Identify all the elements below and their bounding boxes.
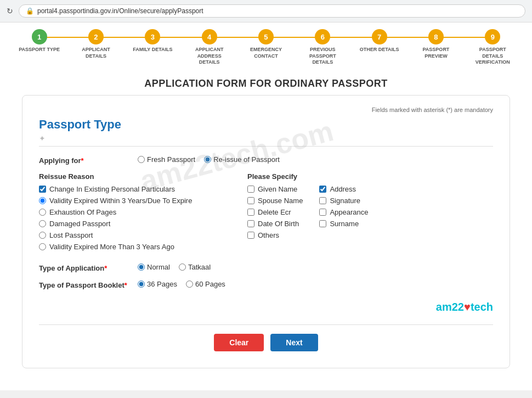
checkbox-surname[interactable] [319,220,326,227]
radio-reissue-passport[interactable] [204,156,211,163]
compass-icon: ✦ [39,134,493,143]
option-normal[interactable]: Normal [138,263,170,271]
next-button[interactable]: Next [270,334,318,351]
step-3-circle: 3 [145,29,160,44]
option-36-pages[interactable]: 36 Pages [138,280,177,288]
reason-lost: Lost Passport [39,231,247,239]
reason-damaged: Damaged Passport [39,220,247,228]
step-3-label: FAMILY DETAILS [133,47,172,53]
mandatory-note: Fields marked with asterisk (*) are mand… [39,106,493,113]
applying-for-row: Applying for* Fresh Passport Re-issue of… [39,155,493,165]
radio-normal[interactable] [138,264,145,271]
specify-address: Address [319,185,368,193]
radio-exhaustion[interactable] [39,209,46,216]
specify-others: Others [247,231,303,239]
radio-36-pages[interactable] [138,281,145,288]
tatkaal-label: Tatkaal [188,263,211,271]
reason-damaged-label: Damaged Passport [49,220,110,228]
appearance-label: Appearance [330,208,368,216]
checkbox-given-name[interactable] [247,186,254,193]
step-9-circle: 9 [485,29,500,44]
specify-col1: Given Name Spouse Name Delete Ecr D [247,185,303,243]
booklet-type-label: Type of Passport Booklet* [39,280,138,289]
refresh-icon[interactable]: ↻ [7,7,13,15]
step-1[interactable]: 1 PASSPORT TYPE [11,29,67,53]
radio-60-pages[interactable] [186,281,193,288]
checkbox-dob[interactable] [247,220,254,227]
form-container: Fields marked with asterisk (*) are mand… [22,95,510,368]
reissue-reason-col: Reissue Reason Change In Existing Person… [39,172,247,254]
step-8[interactable]: 8 PASSPORT PREVIEW [408,29,464,59]
browser-bar: ↻ 🔒 portal4.passportindia.gov.in/Online/… [0,0,532,23]
surname-label: Surname [330,220,359,228]
checkbox-change-particulars[interactable] [39,186,46,193]
step-1-circle: 1 [32,29,47,44]
step-4-label: APPLICANT ADDRESS DETAILS [188,47,231,66]
progress-bar: 1 PASSPORT TYPE 2 APPLICANT DETAILS 3 FA… [0,23,532,70]
checkbox-address[interactable] [319,186,326,193]
reason-validity-3yr-label: Validity Expired Within 3 Years/Due To E… [49,197,192,205]
booklet-type-row: Type of Passport Booklet* 36 Pages 60 Pa… [39,280,493,289]
step-7[interactable]: 7 OTHER DETAILS [351,29,408,53]
specify-dob: Date Of Birth [247,220,303,228]
checkbox-others[interactable] [247,232,254,239]
signature-label: Signature [330,197,360,205]
clear-button[interactable]: Clear [214,334,264,351]
reissue-reason-label: Reissue Reason [39,172,247,181]
step-8-circle: 8 [428,29,444,44]
step-8-label: PASSPORT PREVIEW [414,47,458,59]
spouse-name-label: Spouse Name [258,197,303,205]
given-name-label: Given Name [258,185,297,193]
option-tatkaal[interactable]: Tatkaal [179,263,211,271]
step-6-label: PREVIOUS PASSPORT DETAILS [301,47,344,66]
step-5-circle: 5 [258,29,274,44]
step-9[interactable]: 9 PASSPORT DETAILS VERIFICATION [465,29,521,66]
reason-validity-3yr: Validity Expired Within 3 Years/Due To E… [39,197,247,205]
type-application-options: Normal Tatkaal [138,263,211,271]
applying-for-label: Applying for* [39,155,138,165]
please-specify-label: Please Specify [247,172,493,181]
radio-lost[interactable] [39,232,46,239]
option-reissue-passport[interactable]: Re-issue of Passport [204,155,280,164]
url-text: portal4.passportindia.gov.in/Online/secu… [37,7,203,15]
reissue-section: Reissue Reason Change In Existing Person… [39,172,493,254]
address-bar[interactable]: 🔒 portal4.passportindia.gov.in/Online/se… [19,4,525,18]
type-application-row: Type of Application* Normal Tatkaal [39,263,493,272]
step-7-label: OTHER DETAILS [360,47,399,53]
radio-tatkaal[interactable] [179,264,186,271]
reason-exhaustion: Exhaustion Of Pages [39,208,247,216]
checkbox-appearance[interactable] [319,209,326,216]
form-content: am22tech.com Passport Type ✦ Applying fo… [39,117,493,351]
step-4-circle: 4 [202,29,217,44]
step-1-label: PASSPORT TYPE [19,47,60,53]
type-application-label: Type of Application* [39,263,138,272]
option-fresh-passport[interactable]: Fresh Passport [138,155,195,164]
step-3[interactable]: 3 FAMILY DETAILS [124,29,181,53]
specify-col2: Address Signature Appearance Surnam [319,185,368,243]
checkbox-delete-ecr[interactable] [247,209,254,216]
specify-appearance: Appearance [319,208,368,216]
booklet-type-options: 36 Pages 60 Pages [138,280,225,288]
address-label: Address [330,185,356,193]
please-specify-col: Please Specify Given Name Spouse Name [247,172,493,254]
radio-damaged[interactable] [39,220,46,227]
checkbox-signature[interactable] [319,197,326,204]
step-2[interactable]: 2 APPLICANT DETAILS [67,29,124,59]
section-title: Passport Type [39,117,493,132]
step-5[interactable]: 5 EMERGENCY CONTACT [237,29,294,59]
lock-icon: 🔒 [26,7,34,15]
radio-validity-3yr[interactable] [39,197,46,204]
36-pages-label: 36 Pages [147,280,177,288]
delete-ecr-label: Delete Ecr [258,208,291,216]
reason-validity-more: Validity Expired More Than 3 Years Ago [39,243,247,251]
am22-brand: am22♥tech [436,301,493,313]
step-5-label: EMERGENCY CONTACT [244,47,288,59]
radio-validity-more[interactable] [39,243,46,250]
applying-for-options: Fresh Passport Re-issue of Passport [138,155,280,164]
radio-fresh-passport[interactable] [138,156,145,163]
step-6[interactable]: 6 PREVIOUS PASSPORT DETAILS [295,29,351,66]
watermark-area: am22♥tech [39,297,493,313]
option-60-pages[interactable]: 60 Pages [186,280,225,288]
step-4[interactable]: 4 APPLICANT ADDRESS DETAILS [181,29,237,66]
checkbox-spouse-name[interactable] [247,197,254,204]
